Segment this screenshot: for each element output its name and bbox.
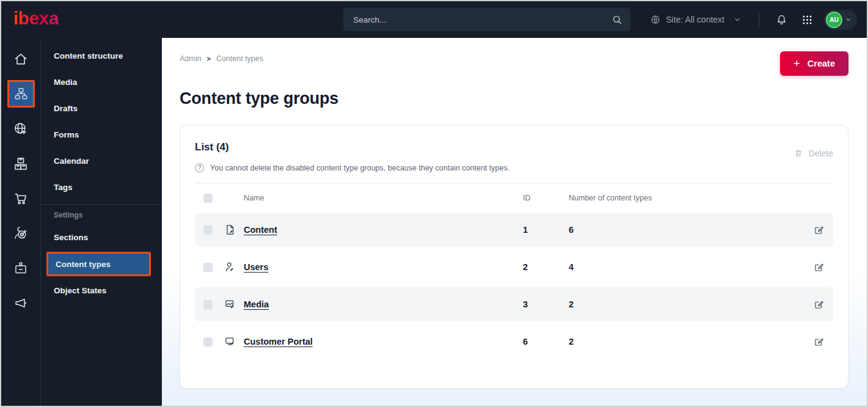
table-header: Name ID Number of content types [195, 183, 833, 213]
rail-item-products[interactable] [4, 146, 38, 181]
table-row: Content 1 6 [195, 213, 833, 247]
row-checkbox[interactable] [203, 337, 213, 346]
home-icon [13, 51, 29, 67]
chevron-down-icon [733, 15, 742, 24]
sidebar-divider [41, 204, 162, 205]
edit-icon [814, 299, 825, 310]
monitor-edit-icon [217, 336, 244, 348]
id-badge-icon [13, 260, 29, 276]
sidebar-item-label: Object States [54, 286, 106, 295]
edit-row-button[interactable] [812, 335, 826, 348]
sidebar-item-label: Tags [54, 183, 73, 192]
group-link-media[interactable]: Media [244, 299, 269, 309]
sidebar-item-calendar[interactable]: Calendar [41, 148, 162, 174]
main-content: Admin > Content types + Create Content t… [162, 38, 867, 406]
user-menu[interactable]: AU [824, 10, 857, 30]
edit-icon [814, 262, 825, 273]
delete-button-label: Delete [809, 148, 833, 158]
group-link-users[interactable]: Users [244, 262, 268, 272]
avatar: AU [826, 12, 842, 28]
sidebar-item-object-states[interactable]: Object States [41, 277, 162, 304]
table-row: Media 3 2 [195, 287, 833, 321]
info-text: You cannot delete the disabled content t… [210, 164, 509, 172]
top-bar: ibexa Site: All context [1, 1, 867, 38]
app-window: ibexa Site: All context [0, 0, 868, 407]
page-title: Content type groups [180, 89, 848, 108]
edit-icon [814, 224, 825, 235]
chevron-down-icon [845, 16, 852, 23]
group-id: 3 [523, 299, 569, 309]
sidebar-item-forms[interactable]: Forms [41, 122, 162, 148]
app-grid-icon [801, 14, 813, 26]
group-link-customer-portal[interactable]: Customer Portal [244, 337, 313, 346]
column-header-count: Number of content types [569, 194, 809, 202]
group-id: 6 [523, 337, 569, 346]
sidebar-item-content-types[interactable]: Content types [46, 252, 151, 276]
sidebar-item-media[interactable]: Media [41, 69, 162, 95]
plus-icon: + [793, 57, 800, 69]
search-input[interactable] [353, 15, 611, 24]
list-title: List (4) [195, 141, 229, 153]
site-context-label: Site: All context [666, 15, 724, 24]
group-count: 2 [569, 299, 809, 309]
active-rail-highlight [7, 80, 35, 108]
sitemap-icon [13, 86, 29, 101]
sidebar-section-settings: Settings [41, 206, 162, 224]
global-search[interactable] [343, 8, 630, 31]
group-id: 2 [523, 262, 569, 272]
help-icon: ? [195, 163, 204, 172]
group-count: 4 [569, 262, 809, 272]
audience-target-icon [13, 226, 29, 241]
column-header-name: Name [244, 194, 523, 202]
column-header-id: ID [523, 194, 569, 202]
edit-row-button[interactable] [812, 298, 826, 311]
breadcrumb-admin[interactable]: Admin [180, 54, 201, 63]
rail-item-admin[interactable] [4, 251, 38, 285]
rail-item-content[interactable] [4, 76, 38, 111]
group-count: 2 [569, 337, 809, 346]
notifications-button[interactable] [773, 11, 790, 29]
rail-item-commerce[interactable] [4, 181, 38, 216]
packages-icon [13, 156, 29, 172]
rail-item-personalization[interactable] [4, 216, 38, 251]
row-checkbox[interactable] [203, 300, 213, 309]
sidebar-menu: Content structure Media Drafts Forms Cal… [41, 38, 162, 406]
ibexa-logo[interactable]: ibexa [13, 9, 59, 30]
rail-item-campaigns[interactable] [4, 285, 38, 320]
sidebar-item-label: Sections [54, 233, 88, 242]
globe-pointer-icon [13, 121, 29, 137]
create-button[interactable]: + Create [780, 51, 848, 76]
rail-item-dashboard[interactable] [4, 42, 38, 76]
sidebar-item-drafts[interactable]: Drafts [41, 95, 162, 122]
site-context-dropdown[interactable]: Site: All context [650, 14, 742, 25]
trash-icon [793, 148, 803, 158]
edit-row-button[interactable] [812, 223, 826, 237]
apps-menu-button[interactable] [799, 12, 815, 28]
group-count: 6 [569, 225, 809, 235]
row-checkbox[interactable] [203, 226, 213, 235]
globe-icon [650, 14, 661, 25]
search-icon[interactable] [611, 14, 623, 26]
topbar-divider [759, 12, 759, 28]
breadcrumb-separator-icon: > [206, 55, 210, 62]
sidebar-item-label: Content structure [54, 51, 123, 61]
sidebar-item-tags[interactable]: Tags [41, 174, 162, 200]
sidebar-item-sections[interactable]: Sections [41, 224, 162, 251]
sidebar-item-label: Drafts [54, 104, 78, 113]
select-all-checkbox[interactable] [203, 194, 213, 203]
sidebar-item-label: Content types [56, 260, 111, 269]
delete-button[interactable]: Delete [793, 141, 833, 158]
table-row: Customer Portal 6 2 [195, 324, 833, 359]
sidebar-item-content-structure[interactable]: Content structure [41, 43, 162, 69]
cart-icon [13, 191, 29, 207]
breadcrumb: Admin > Content types [180, 51, 263, 63]
row-checkbox[interactable] [203, 263, 213, 272]
edit-icon [814, 336, 825, 347]
sidebar-item-label: Calendar [54, 156, 89, 166]
bell-icon [775, 13, 788, 26]
edit-row-button[interactable] [812, 260, 826, 274]
icon-rail [1, 38, 41, 406]
user-edit-icon [217, 261, 244, 273]
group-link-content[interactable]: Content [244, 225, 277, 235]
rail-item-site[interactable] [4, 111, 38, 146]
